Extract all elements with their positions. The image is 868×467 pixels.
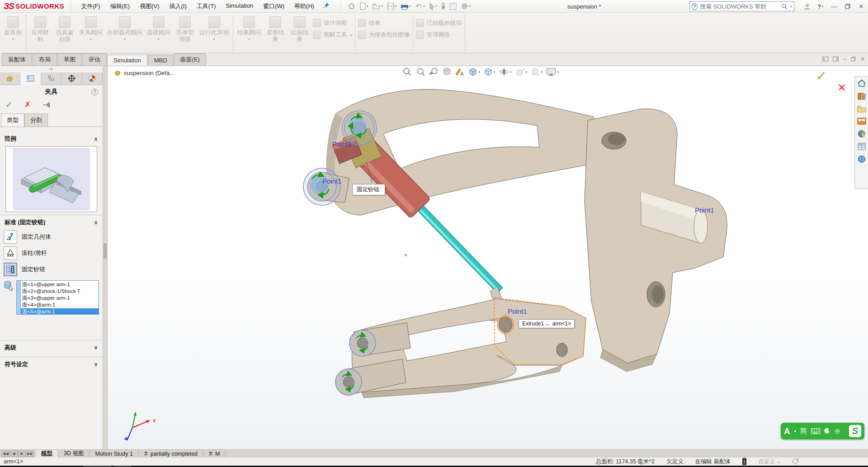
feature-tree-root[interactable]: suspension (Defa... <box>114 70 175 76</box>
dropdown-arrow-icon[interactable]: ▾ <box>12 37 14 42</box>
menu-view[interactable]: 视图(V) <box>135 0 164 12</box>
tab-surfaces[interactable]: 曲面(E) <box>174 53 206 66</box>
print-button[interactable]: ▾ <box>399 2 412 11</box>
standard-section-header[interactable]: 标准 (固定铰链) ∧ <box>0 215 103 229</box>
dropdown-arrow-icon[interactable]: ▾ <box>90 37 92 42</box>
ime-language-indicator[interactable]: 简 <box>800 427 807 435</box>
shell-manager-button[interactable]: 壳体管理器 <box>174 15 196 44</box>
selection-filter-toggle[interactable] <box>440 1 447 11</box>
solidworks-forum-icon[interactable] <box>858 155 866 163</box>
fixed-geometry-item[interactable]: 固定几何体 <box>0 229 103 245</box>
hide-show-items-icon[interactable]: ▾ <box>499 67 512 77</box>
selection-listbox[interactable]: 面<1>@upper arm-1 面<2>@shock-1/Shock T 面<… <box>16 280 99 315</box>
motion-study-partially-completed-tab[interactable]: partially completed <box>139 450 203 458</box>
menu-edit[interactable]: 编辑(E) <box>106 0 134 12</box>
split-subtab[interactable]: 分割 <box>24 113 48 127</box>
expand-arrow-icon[interactable]: ▴ <box>778 460 779 464</box>
view-orientation-icon[interactable]: ▾ <box>468 67 480 77</box>
model-canvas[interactable]: x <box>108 66 868 449</box>
include-image-for-report-button[interactable]: 为报表包括图像 <box>358 31 410 39</box>
file-explorer-icon[interactable] <box>857 105 866 113</box>
pane-right-icon[interactable] <box>833 57 839 61</box>
doc-close-icon[interactable]: ✕ <box>860 56 865 62</box>
menu-simulation[interactable]: Simulation <box>221 0 258 12</box>
dropdown-arrow-icon[interactable]: ▾ <box>409 4 411 8</box>
options-gear-button[interactable]: ▾ <box>459 1 472 11</box>
confirmation-cancel-icon[interactable]: ✕ <box>837 81 846 94</box>
menu-help[interactable]: 帮助(H) <box>290 0 319 12</box>
scroll-next-icon[interactable]: ▶ <box>18 451 26 457</box>
dropdown-arrow-icon[interactable]: ▾ <box>790 5 792 9</box>
help-icon[interactable]: ? <box>91 89 98 95</box>
help-menu-button[interactable]: ?▾ <box>814 0 827 13</box>
pin-menu-icon[interactable] <box>323 2 330 10</box>
model-knuckle-plate[interactable] <box>585 109 727 372</box>
apply-material-button[interactable]: 应用材料 <box>29 15 52 44</box>
type-subtab[interactable]: 类型 <box>1 113 24 127</box>
ime-moon-icon[interactable] <box>824 428 830 434</box>
expand-chevron-icon[interactable]: ∨ <box>94 344 98 351</box>
scroll-first-icon[interactable]: ◀◀ <box>2 451 9 457</box>
view-palette-icon[interactable] <box>857 118 866 125</box>
dropdown-arrow-icon[interactable]: ▾ <box>158 37 160 42</box>
compare-results-button[interactable]: 比较结果 <box>288 15 311 44</box>
appearances-scenes-icon[interactable] <box>858 130 866 138</box>
tag-icon[interactable] <box>792 458 799 465</box>
report-button[interactable]: 报表 <box>358 19 410 27</box>
tab-mbd[interactable]: MBD <box>148 55 174 66</box>
dropdown-arrow-icon[interactable]: ▾ <box>395 4 396 8</box>
dropdown-arrow-icon[interactable]: ▾ <box>494 70 495 74</box>
scroll-last-icon[interactable]: ▶▶ <box>26 451 34 457</box>
dropdown-arrow-icon[interactable]: ▾ <box>557 70 559 74</box>
fixtures-advisor-button[interactable]: 夹具顾问 ▾ <box>78 15 104 42</box>
pane-left-icon[interactable] <box>822 57 828 61</box>
zoom-to-area-icon[interactable] <box>415 67 425 77</box>
tab-simulation[interactable]: Simulation <box>107 55 147 66</box>
edit-appearance-icon[interactable]: ▾ <box>515 67 527 77</box>
confirmation-ok-icon[interactable]: ✓ <box>816 68 827 84</box>
help-search[interactable]: ? ▾ <box>689 1 794 11</box>
traffic-light-icon[interactable] <box>742 458 746 465</box>
view-settings-icon[interactable]: ▾ <box>546 67 559 77</box>
simulation-evaluator-button[interactable]: 仿真鉴别器 <box>53 15 76 44</box>
sogou-logo[interactable]: S <box>849 425 861 437</box>
user-account-icon[interactable] <box>800 0 814 13</box>
ime-settings-icon[interactable] <box>834 428 840 434</box>
dropdown-arrow-icon[interactable]: ▾ <box>367 4 368 8</box>
open-document-button[interactable]: ▾ <box>371 2 384 10</box>
menu-file[interactable]: 文件(F) <box>76 0 105 12</box>
collapse-chevron-icon[interactable]: ∧ <box>94 136 98 142</box>
tab-evaluate[interactable]: 评估 <box>82 53 107 66</box>
fixed-hinge-item[interactable]: 固定铰链 <box>0 261 103 278</box>
undo-button[interactable]: ▾ <box>414 2 426 10</box>
select-button[interactable]: ▾ <box>428 2 439 11</box>
properties-button[interactable] <box>448 2 458 11</box>
custom-properties-icon[interactable] <box>858 143 866 150</box>
manage-network-button[interactable]: 管理网络 <box>416 31 462 39</box>
keep-visible-pin-icon[interactable] <box>42 102 51 108</box>
splitter-thumb[interactable] <box>104 243 107 259</box>
dropdown-arrow-icon[interactable]: ▾ <box>213 37 215 42</box>
ime-keyboard-icon[interactable] <box>811 428 820 434</box>
model-tab[interactable]: 模型 <box>36 450 58 458</box>
graphics-viewport[interactable]: x suspension (Defa... A ▾ ▾ ▾ ▾ ▾ ▾ ✓ ✕ … <box>108 66 868 449</box>
deformed-result-button[interactable]: 变形结果 <box>264 15 287 44</box>
offloaded-simulation-button[interactable]: 已卸载的模拟 <box>416 19 462 27</box>
symbol-settings-section-header[interactable]: 符号设定 ∨ <box>0 357 103 371</box>
3d-views-tab[interactable]: 3D 视图 <box>58 450 90 458</box>
motion-study-tab[interactable]: Motion Study 1 <box>90 450 138 458</box>
tab-sketch[interactable]: 草图 <box>57 53 82 66</box>
new-document-button[interactable]: ▾ <box>358 1 370 11</box>
display-manager-tab[interactable] <box>82 72 103 85</box>
menu-window[interactable]: 窗口(W) <box>259 0 289 12</box>
ok-check-icon[interactable]: ✓ <box>5 99 13 110</box>
dropdown-arrow-icon[interactable]: ▾ <box>525 70 527 74</box>
results-advisor-button[interactable]: 结果顾问 ▾ <box>236 15 262 42</box>
menu-insert[interactable]: 插入(I) <box>165 0 191 12</box>
selection-item[interactable]: 面<2>@shock-1/Shock T <box>21 288 99 295</box>
selection-item-selected[interactable]: 面<5>@arm-1 <box>21 308 99 314</box>
dynamic-annotation-views-icon[interactable]: A <box>455 67 465 77</box>
restore-button[interactable] <box>841 0 854 13</box>
solidworks-resources-icon[interactable] <box>857 79 866 87</box>
ime-toolbar[interactable]: A 简 S <box>781 423 864 439</box>
